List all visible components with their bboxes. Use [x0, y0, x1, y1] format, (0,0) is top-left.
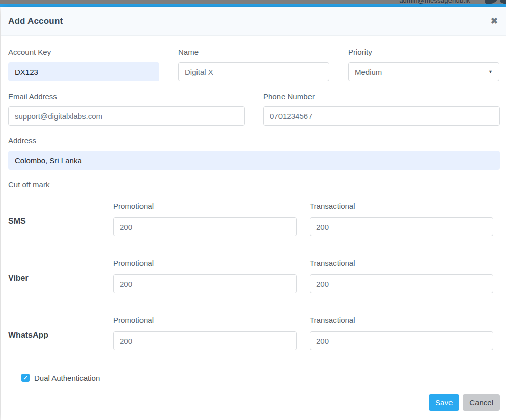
- priority-selected-value: Medium: [355, 68, 382, 76]
- whatsapp-transactional-cell: Transactional: [310, 316, 493, 350]
- account-key-group: Account Key: [8, 48, 159, 81]
- whatsapp-promotional-cell: Promotional: [113, 316, 297, 350]
- cutoff-row-whatsapp: WhatsApp Promotional Transactional: [8, 306, 500, 363]
- navbar-edge-icon: [500, 0, 506, 4]
- phone-group: Phone Number: [263, 92, 500, 126]
- account-key-label: Account Key: [8, 48, 159, 56]
- close-icon[interactable]: ✖: [491, 17, 498, 25]
- checkmark-icon: ✓: [23, 375, 27, 381]
- email-label: Email Address: [8, 92, 245, 101]
- modal-body: Account Key Name Priority Medium ▼: [1, 36, 506, 419]
- viber-transactional-cell: Transactional: [310, 259, 493, 293]
- dual-auth-label: Dual Authentication: [34, 374, 100, 382]
- viber-promotional-cell: Promotional: [113, 259, 297, 293]
- dual-auth-row: ✓ Dual Authentication: [21, 372, 500, 384]
- phone-input[interactable]: [263, 106, 500, 126]
- dimmed-navbar: admin@messagehub.lk: [0, 0, 506, 4]
- priority-group: Priority Medium ▼: [348, 48, 499, 81]
- cutoff-row-viber: Viber Promotional Transactional: [8, 249, 500, 306]
- channel-label-whatsapp: WhatsApp: [8, 316, 113, 350]
- channel-label-viber: Viber: [8, 259, 113, 293]
- cancel-button[interactable]: Cancel: [463, 394, 500, 411]
- priority-select[interactable]: Medium ▼: [348, 62, 499, 81]
- modal-title: Add Account: [8, 16, 63, 26]
- email-input[interactable]: [8, 106, 245, 126]
- account-key-input[interactable]: [8, 62, 159, 81]
- transactional-label: Transactional: [310, 259, 493, 267]
- address-group: Address: [8, 136, 500, 170]
- sms-transactional-input[interactable]: [310, 217, 493, 236]
- sms-promotional-cell: Promotional: [113, 202, 297, 236]
- cutoff-row-sms: SMS Promotional Transactional: [8, 189, 500, 249]
- cutoff-section-label: Cut off mark: [8, 180, 500, 189]
- transactional-label: Transactional: [310, 316, 493, 324]
- moon-icon: [484, 0, 498, 4]
- channel-label-sms: SMS: [8, 202, 113, 236]
- name-group: Name: [178, 48, 329, 81]
- name-label: Name: [178, 48, 329, 56]
- dual-auth-checkbox[interactable]: ✓: [21, 374, 30, 382]
- promotional-label: Promotional: [113, 259, 297, 267]
- viber-promotional-input[interactable]: [113, 274, 297, 293]
- user-email: admin@messagehub.lk: [399, 0, 470, 4]
- priority-label: Priority: [348, 48, 499, 56]
- sms-promotional-input[interactable]: [113, 217, 297, 236]
- modal-header: Add Account ✖: [1, 7, 506, 36]
- form-row-1: Account Key Name Priority Medium ▼: [8, 48, 500, 81]
- whatsapp-promotional-input[interactable]: [113, 331, 297, 350]
- email-group: Email Address: [8, 92, 245, 126]
- address-label: Address: [8, 136, 500, 145]
- phone-label: Phone Number: [263, 92, 500, 101]
- form-row-2: Email Address Phone Number: [8, 92, 500, 126]
- sms-transactional-cell: Transactional: [310, 202, 493, 236]
- page-backdrop: admin@messagehub.lk Add Account ✖ Accoun…: [0, 0, 506, 420]
- promotional-label: Promotional: [113, 202, 297, 211]
- chevron-down-icon: ▼: [488, 69, 493, 74]
- add-account-modal: Add Account ✖ Account Key Name Priority …: [1, 7, 506, 420]
- modal-footer: Save Cancel: [8, 394, 500, 411]
- transactional-label: Transactional: [310, 202, 493, 211]
- save-button[interactable]: Save: [429, 394, 459, 411]
- promotional-label: Promotional: [113, 316, 297, 324]
- name-input[interactable]: [178, 62, 329, 81]
- viber-transactional-input[interactable]: [310, 274, 493, 293]
- address-input[interactable]: [8, 151, 500, 170]
- whatsapp-transactional-input[interactable]: [310, 331, 493, 350]
